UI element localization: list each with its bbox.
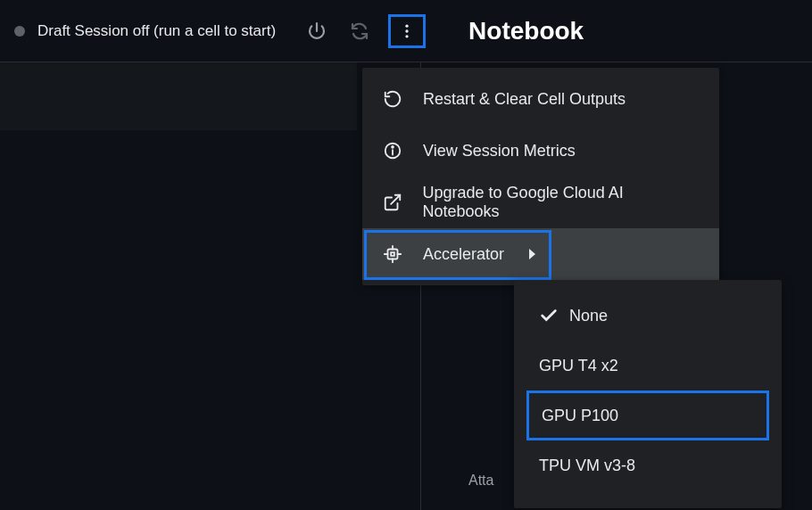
external-link-icon: [382, 192, 403, 213]
accelerator-option-t4[interactable]: GPU T4 x2: [526, 341, 769, 391]
session-status-text: Draft Session off (run a cell to start): [37, 22, 276, 40]
option-label: None: [569, 307, 608, 325]
left-panel-area: [0, 62, 357, 130]
chip-icon: [382, 243, 403, 265]
svg-line-6: [391, 195, 400, 204]
svg-point-1: [405, 29, 408, 32]
menu-label: Restart & Clear Cell Outputs: [423, 90, 626, 109]
option-label: GPU T4 x2: [539, 357, 618, 375]
menu-label: View Session Metrics: [423, 142, 576, 160]
check-icon: [539, 306, 564, 325]
toolbar-icons: [306, 21, 370, 42]
status-indicator-dot: [14, 26, 25, 37]
option-label: TPU VM v3-8: [539, 457, 635, 475]
attach-label: Atta: [468, 473, 493, 489]
restart-icon: [382, 88, 403, 110]
menu-item-metrics[interactable]: View Session Metrics: [362, 125, 719, 177]
options-dropdown: Restart & Clear Cell Outputs View Sessio…: [362, 68, 719, 285]
svg-rect-8: [391, 252, 394, 256]
option-label: GPU P100: [542, 407, 618, 425]
top-bar: Draft Session off (run a cell to start) …: [0, 0, 812, 62]
accelerator-option-none[interactable]: None: [526, 291, 769, 341]
svg-point-2: [405, 35, 408, 37]
menu-item-accelerator[interactable]: Accelerator: [362, 228, 719, 280]
more-options-button[interactable]: [388, 14, 426, 48]
accelerator-option-p100[interactable]: GPU P100: [526, 391, 769, 440]
svg-point-5: [392, 146, 394, 148]
menu-label: Accelerator: [423, 245, 504, 264]
power-icon[interactable]: [306, 21, 327, 42]
svg-rect-7: [388, 250, 398, 259]
menu-item-upgrade[interactable]: Upgrade to Google Cloud AI Notebooks: [362, 177, 719, 228]
refresh-icon[interactable]: [349, 21, 370, 42]
svg-point-0: [405, 24, 408, 27]
menu-label: Upgrade to Google Cloud AI Notebooks: [423, 184, 700, 221]
accelerator-submenu: None GPU T4 x2 GPU P100 TPU VM v3-8: [514, 280, 782, 508]
info-icon: [382, 140, 403, 161]
menu-item-restart[interactable]: Restart & Clear Cell Outputs: [362, 73, 719, 125]
page-title: Notebook: [468, 17, 584, 45]
chevron-right-icon: [529, 249, 535, 259]
accelerator-option-tpu[interactable]: TPU VM v3-8: [526, 440, 769, 490]
